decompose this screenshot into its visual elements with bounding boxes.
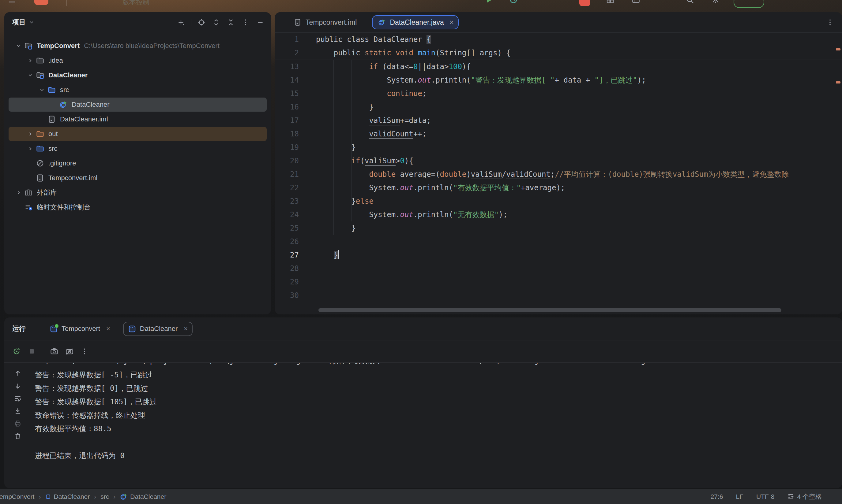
tree-item-DataCleaner.iml[interactable]: DataCleaner.iml xyxy=(4,112,271,127)
code-line-18[interactable]: 18 validCount++; xyxy=(275,127,842,141)
error-stripe-mark[interactable] xyxy=(836,48,840,51)
run-panel-title[interactable]: 运行 xyxy=(12,324,26,334)
run-options-kebab-icon[interactable] xyxy=(81,347,88,355)
toolbar-divider xyxy=(66,0,67,6)
code-line-26[interactable]: 26 xyxy=(275,235,842,248)
tree-item-src[interactable]: src xyxy=(4,141,271,156)
code-line-23[interactable]: 23 }else xyxy=(275,195,842,208)
code-line-29[interactable]: 29 xyxy=(275,275,842,289)
line-number: 13 xyxy=(283,60,299,73)
tree-item-Tempconvert.iml[interactable]: Tempconvert.iml xyxy=(4,170,271,185)
rerun-icon[interactable] xyxy=(12,347,21,356)
profiler-icon[interactable] xyxy=(509,0,518,4)
run-icon[interactable] xyxy=(484,0,494,4)
arrow-down-icon[interactable] xyxy=(14,382,22,390)
project-panel-title[interactable]: 项目 xyxy=(12,18,26,27)
search-icon[interactable] xyxy=(685,0,694,4)
expand-all-icon[interactable] xyxy=(211,17,221,28)
folder-icon xyxy=(35,56,45,65)
memory-snapshot-icon[interactable] xyxy=(65,347,74,356)
code-line-1[interactable]: 1public class DataCleaner { xyxy=(275,33,842,46)
breadcrumb-class[interactable]: DataCleaner xyxy=(120,493,166,501)
chevron-right-icon[interactable] xyxy=(14,189,24,196)
code-line-2[interactable]: 2 public static void main(String[] args)… xyxy=(275,46,842,60)
breadcrumb-module[interactable]: DataCleaner xyxy=(45,493,90,500)
code-line-17[interactable]: 17 valiSum+=data; xyxy=(275,114,842,127)
tree-item-src[interactable]: src xyxy=(4,83,271,97)
tree-item-out[interactable]: out xyxy=(4,127,271,141)
run-tab-tempconvert[interactable]: Tempconvert × xyxy=(45,322,115,336)
code-line-21[interactable]: 21 double average=(double)valiSum/validC… xyxy=(275,167,842,181)
hamburger-menu-icon[interactable] xyxy=(7,0,17,4)
clear-all-icon[interactable] xyxy=(14,432,22,440)
run-tab-datacleaner[interactable]: DataCleaner × xyxy=(123,322,193,336)
indent-guide xyxy=(369,60,369,141)
add-icon[interactable] xyxy=(176,17,186,28)
code-line-19[interactable]: 19 } xyxy=(275,141,842,154)
editor-options-kebab-icon[interactable] xyxy=(826,18,834,26)
code-line-16[interactable]: 16 } xyxy=(275,100,842,114)
console-wrap: C:\Users\taro blue\.jdks\openjdk-20.0.2\… xyxy=(4,363,842,489)
caret-position[interactable]: 27:6 xyxy=(711,493,723,500)
code-line-24[interactable]: 24 System.out.println("无有效数据"); xyxy=(275,208,842,221)
breadcrumb-src[interactable]: src xyxy=(100,493,109,500)
settings-gear-icon[interactable] xyxy=(711,0,720,4)
project-avatar[interactable] xyxy=(34,0,48,5)
line-number: 30 xyxy=(283,289,299,302)
line-ending[interactable]: LF xyxy=(736,493,743,500)
more-options-icon[interactable] xyxy=(240,17,251,28)
collapse-all-icon[interactable] xyxy=(226,17,236,28)
thread-dump-icon[interactable] xyxy=(50,347,58,356)
breadcrumb-project[interactable]: empConvert xyxy=(0,493,34,500)
chevron-down-icon[interactable] xyxy=(25,72,35,78)
tree-item-.gitignore[interactable]: .gitignore xyxy=(4,156,271,170)
grid-icon[interactable] xyxy=(606,0,615,4)
tree-item-DataCleaner[interactable]: DataCleaner xyxy=(4,97,271,112)
tree-item-DataCleaner[interactable]: DataCleaner xyxy=(4,68,271,83)
vcs-widget[interactable]: 版本控制 xyxy=(122,0,150,7)
code-line-30[interactable]: 30 xyxy=(275,289,842,302)
layout-icon[interactable] xyxy=(631,0,640,4)
close-tab-icon[interactable]: × xyxy=(449,18,454,26)
project-panel-header: 项目 xyxy=(4,12,271,32)
soft-wrap-icon[interactable] xyxy=(14,395,22,402)
chevron-down-icon[interactable] xyxy=(37,87,47,93)
code-line-28[interactable]: 28 xyxy=(275,262,842,275)
tree-item-.idea[interactable]: .idea xyxy=(4,53,271,68)
code-line-25[interactable]: 25 } xyxy=(275,221,842,235)
hide-panel-icon[interactable] xyxy=(255,17,265,28)
code-line-14[interactable]: 14 System.out.println("警告：发现越界数据[ "+ dat… xyxy=(275,73,842,87)
scroll-to-end-icon[interactable] xyxy=(14,407,22,415)
code-line-15[interactable]: 15 continue; xyxy=(275,87,842,100)
console-output[interactable]: C:\Users\taro blue\.jdks\openjdk-20.0.2\… xyxy=(35,363,842,489)
license-pill-button[interactable] xyxy=(734,0,764,8)
chevron-down-icon[interactable] xyxy=(28,19,35,26)
tree-item--[interactable]: 临时文件和控制台 xyxy=(4,200,271,215)
tab-datacleaner-java[interactable]: DataCleaner.java × xyxy=(372,15,458,29)
close-tab-icon[interactable]: × xyxy=(184,325,188,333)
tree-item--[interactable]: 外部库 xyxy=(4,185,271,200)
tab-tempconvert-iml[interactable]: Tempconvert.iml xyxy=(288,16,362,29)
close-tab-icon[interactable]: × xyxy=(106,325,110,333)
chevron-down-icon[interactable] xyxy=(14,42,24,49)
code-line-13[interactable]: 13 if (data<=0||data>100){ xyxy=(275,60,842,73)
tree-item-TempConvert[interactable]: TempConvertC:\Users\taro blue\IdeaProjec… xyxy=(4,38,271,53)
code-line-22[interactable]: 22 System.out.println("有效数据平均值："+average… xyxy=(275,181,842,195)
indent-setting[interactable]: 4 个空格 xyxy=(787,492,822,501)
stop-process-button[interactable] xyxy=(579,0,590,6)
indent-guide xyxy=(351,60,351,221)
code-line-27[interactable]: 27 } xyxy=(275,248,842,262)
stop-icon xyxy=(28,347,36,356)
file-encoding[interactable]: UTF-8 xyxy=(756,493,775,500)
chevron-right-icon[interactable] xyxy=(25,131,35,137)
editor-horizontal-scrollbar[interactable] xyxy=(319,308,781,312)
chevron-right-icon[interactable] xyxy=(25,145,35,152)
arrow-up-icon[interactable] xyxy=(14,370,22,377)
code-line-20[interactable]: 20 if(valiSum>0){ xyxy=(275,154,842,167)
chevron-right-icon[interactable] xyxy=(25,57,35,64)
error-stripe-mark[interactable] xyxy=(836,82,840,84)
code-text xyxy=(316,289,320,302)
code-area[interactable]: 13 if (data<=0||data>100){14 System.out.… xyxy=(275,60,842,302)
file-iml-icon xyxy=(47,115,56,124)
locate-file-icon[interactable] xyxy=(196,17,207,28)
